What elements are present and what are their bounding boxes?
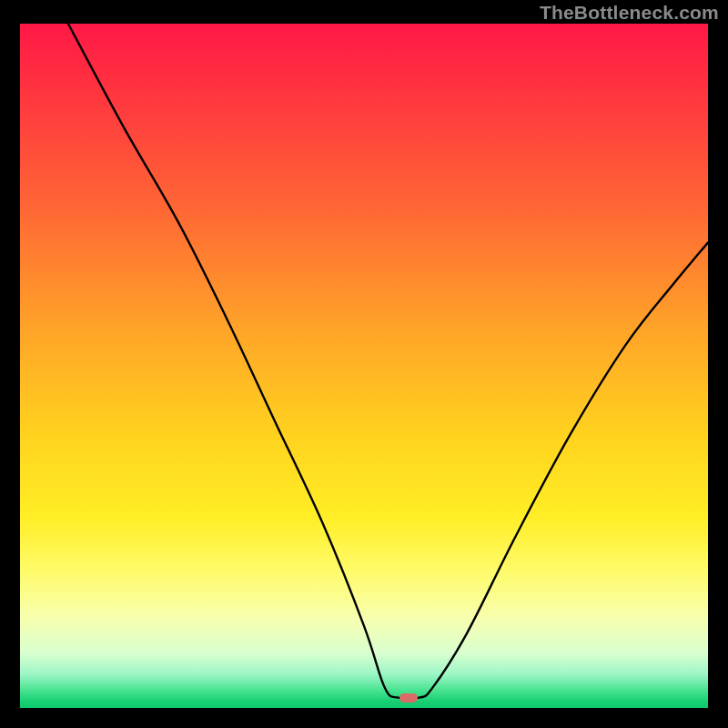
optimal-marker [399, 693, 418, 703]
plot-area [20, 24, 708, 708]
chart-container: TheBottleneck.com [0, 0, 728, 728]
bottleneck-curve [20, 24, 708, 708]
watermark-text: TheBottleneck.com [540, 2, 719, 24]
